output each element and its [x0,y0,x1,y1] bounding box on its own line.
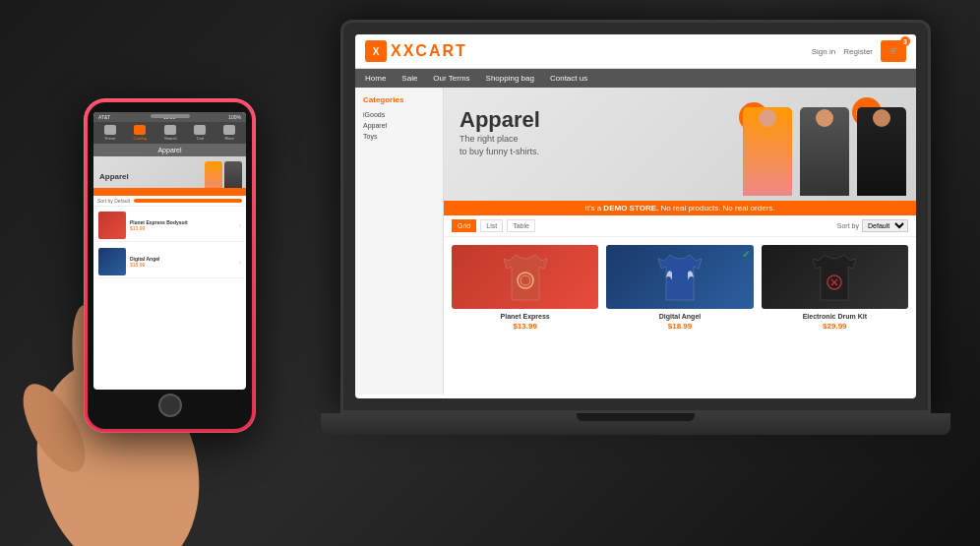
phone-nav-cart-label: Cart [197,136,205,141]
sort-select[interactable]: Default [862,219,908,232]
sidebar-categories-title: Categories [363,95,435,104]
store-header: X XXCART Sign in Register 🛒 3 [355,34,916,69]
figure-1 [743,107,792,196]
phone-carrier: AT&T [98,114,110,120]
figure-2 [800,107,849,196]
sidebar-item-igoods[interactable]: iGoods [363,109,435,120]
logo-icon: X [365,40,387,62]
phone-nav-more[interactable]: More [223,125,235,141]
phone-sort-progress [134,199,242,203]
phone-product-price-1: $13.99 [130,225,235,231]
phone-nav-search-label: Search [164,136,177,141]
products-grid: Planet Express $13.99 ✓ [444,237,916,338]
more-icon [223,125,235,135]
header-right: Sign in Register 🛒 3 [812,40,906,62]
cart-count: 3 [900,36,910,46]
view-tabs: Grid List Table [452,219,535,232]
product-card-3: Electronic Drum Kit $29.99 [762,245,908,331]
phone-inner: AT&T 12:20 100% Home Catalog [88,102,252,429]
phone-banner-title: Apparel [99,172,129,181]
store-nav: Home Sale Our Terms Shopping bag Contact… [355,69,916,88]
phone-nav-bar: Home Catalog Search Cart [93,122,246,144]
cart-icon [194,125,206,135]
phone-home-button[interactable] [158,394,182,417]
product-price-2: $18.99 [606,322,753,331]
logo-name: XCART [403,42,467,59]
phone-product-info-1: Planet Express Bodysuit $13.99 [130,219,235,231]
phone-product-row-1[interactable]: Planet Express Bodysuit $13.99 › [96,210,243,242]
phone-sort-label: Sort by Default [97,198,130,204]
product-card-2: ✓ Digital Angel $18.99 [606,245,753,331]
phone-sort-bar: Sort by Default [93,196,246,207]
product-name-2: Digital Angel [606,313,753,320]
logo-x: X [391,42,403,59]
phone-banner: Apparel [93,156,246,196]
products-header: Grid List Table Sort by Default [444,215,916,237]
product-name-1: Planet Express [452,313,598,320]
phone-nav-catalog[interactable]: Catalog [134,125,148,141]
phone-nav-home[interactable]: Home [104,125,116,141]
nav-ourterms[interactable]: Our Terms [433,74,469,83]
product-name-3: Electronic Drum Kit [762,313,908,320]
search-icon [164,125,176,135]
phone-product-row-2[interactable]: Digital Angel $18.99 › [96,246,243,278]
banner: $18.99 $15.09 [444,88,916,215]
phone-outer: AT&T 12:20 100% Home Catalog [84,98,256,433]
register-link[interactable]: Register [843,47,873,56]
product-checkmark-2: ✓ [742,249,750,260]
phone-arrow-1: › [239,222,241,229]
banner-subtitle: The right placeto buy funny t-shirts. [459,133,540,157]
nav-contactus[interactable]: Contact us [550,74,587,83]
cart-button[interactable]: 🛒 3 [881,40,906,62]
banner-demo-strip: It's a DEMO STORE. No real products. No … [444,201,916,215]
phone-arrow-2: › [239,259,241,266]
phone-nav-more-label: More [225,136,234,141]
phone-battery: 100% [228,114,241,120]
phone-product-price-2: $18.99 [130,262,235,268]
sidebar-item-apparel[interactable]: Apparel [363,120,435,131]
store-content: $18.99 $15.09 [444,88,916,394]
tab-list[interactable]: List [480,219,503,232]
nav-shoppingbag[interactable]: Shopping bag [486,74,534,83]
product-image-3 [762,245,908,309]
phone-product-thumb-2 [98,248,126,275]
store-logo: X XXCART [365,40,467,62]
phone: AT&T 12:20 100% Home Catalog [84,98,256,433]
tshirt-svg-2 [658,253,702,302]
phone-page-title: Apparel [93,144,246,156]
phone-page-title-text: Apparel [157,147,181,153]
catalog-icon [134,125,146,135]
laptop-screen: X XXCART Sign in Register 🛒 3 [355,34,916,398]
figure-head-2 [816,109,833,127]
laptop-body: X XXCART Sign in Register 🛒 3 [340,20,931,413]
phone-product-thumb-1 [98,212,126,239]
product-price-3: $29.99 [762,322,908,331]
figure-head-1 [759,109,776,127]
product-price-1: $13.99 [452,322,598,331]
phone-nav-search[interactable]: Search [164,125,177,141]
phone-product-info-2: Digital Angel $18.99 [130,256,235,268]
sidebar-item-toys[interactable]: Toys [363,131,435,142]
nav-home[interactable]: Home [365,74,386,83]
tab-table[interactable]: Table [507,219,535,232]
logo-text: XXCART [391,42,467,60]
product-card-1: Planet Express $13.99 [452,245,598,331]
tshirt-svg-3 [813,253,856,302]
scene: X XXCART Sign in Register 🛒 3 [0,0,980,546]
product-image-2: ✓ [606,245,753,309]
phone-screen: AT&T 12:20 100% Home Catalog [93,112,246,390]
product-image-1 [452,245,598,309]
banner-figures [743,107,906,196]
store-main: Categories iGoods Apparel Toys $18.99 [355,88,916,394]
phone-nav-home-label: Home [105,136,116,141]
tab-grid[interactable]: Grid [452,219,476,232]
banner-title: Apparel [459,107,540,133]
phone-products: Planet Express Bodysuit $13.99 › Digital… [93,207,246,390]
tshirt-svg-1 [504,253,547,302]
sort-label: Sort by [837,222,859,229]
nav-sale[interactable]: Sale [401,74,417,83]
home-icon [104,125,116,135]
signin-link[interactable]: Sign in [812,47,835,56]
figure-head-3 [873,109,890,127]
phone-nav-cart[interactable]: Cart [194,125,206,141]
